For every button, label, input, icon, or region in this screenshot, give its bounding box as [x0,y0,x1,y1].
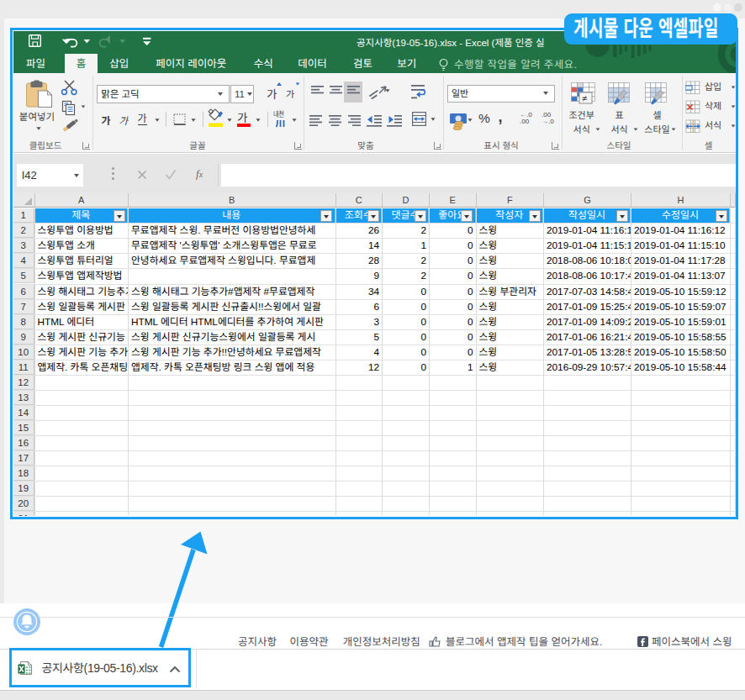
svg-text:≠: ≠ [582,93,587,103]
